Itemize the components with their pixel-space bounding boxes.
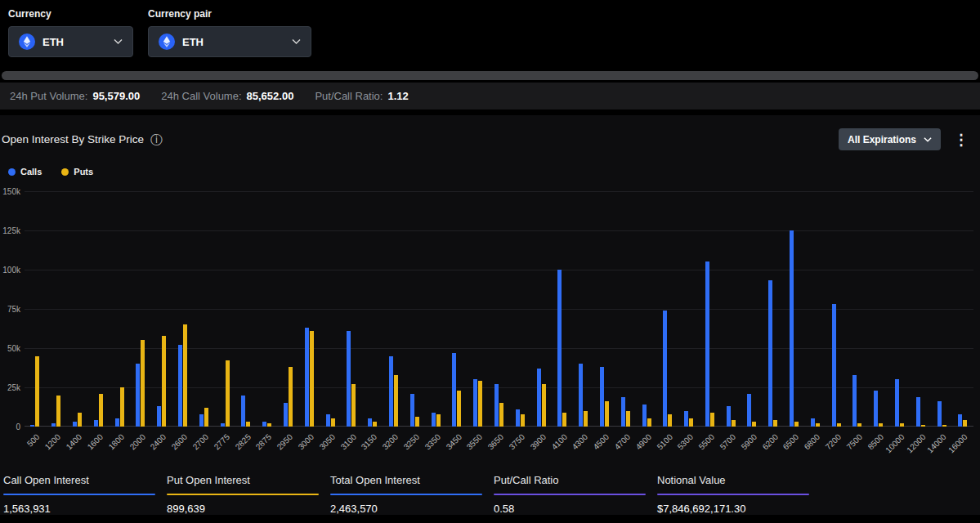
call-bar-16000[interactable] [958, 414, 962, 427]
put-bar-1400[interactable] [78, 413, 82, 427]
put-bar-3200[interactable] [394, 375, 398, 427]
call-bar-3050[interactable] [326, 414, 330, 427]
put-bar-3100[interactable] [351, 384, 356, 427]
x-axis-label-slot: 3900 [530, 427, 552, 464]
put-bar-2600[interactable] [183, 324, 187, 427]
bar-group-5500 [700, 191, 721, 427]
call-bar-5900[interactable] [747, 394, 751, 427]
currency-dropdown[interactable]: ETH [8, 26, 133, 57]
call-bar-1600[interactable] [94, 420, 98, 427]
call-bar-10000[interactable] [895, 379, 899, 427]
put-bar-1600[interactable] [99, 394, 103, 427]
call-bar-5700[interactable] [727, 406, 731, 427]
put-bar-4500[interactable] [605, 401, 609, 427]
call-bar-3550[interactable] [473, 379, 477, 427]
call-bar-4500[interactable] [600, 367, 604, 427]
call-bar-2400[interactable] [157, 406, 161, 427]
put-bar-4100[interactable] [562, 413, 566, 427]
call-bar-12000[interactable] [916, 397, 920, 427]
put-bar-16000[interactable] [963, 420, 967, 427]
call-bar-4900[interactable] [642, 405, 647, 427]
info-icon[interactable]: ⓘ [150, 133, 163, 145]
x-axis-label-slot: 7200 [826, 427, 847, 464]
put-bar-3050[interactable] [331, 418, 335, 427]
call-bar-3750[interactable] [516, 409, 520, 427]
put-bar-3900[interactable] [542, 384, 546, 427]
call-bar-2000[interactable] [136, 364, 140, 427]
call-bar-3100[interactable] [347, 331, 351, 427]
put-bar-3650[interactable] [499, 403, 503, 427]
bar-group-3750 [509, 191, 530, 427]
put-bar-2000[interactable] [141, 340, 145, 427]
call-bar-2825[interactable] [241, 396, 245, 427]
legend-dot-icon [61, 168, 69, 176]
call-bar-2600[interactable] [178, 345, 182, 427]
put-bar-5100[interactable] [668, 414, 672, 427]
call-bar-5100[interactable] [663, 311, 667, 427]
call-bar-5500[interactable] [705, 262, 709, 427]
put-bar-2950[interactable] [289, 367, 293, 427]
x-axis-tick-label: 3450 [444, 432, 463, 452]
call-bar-4700[interactable] [621, 397, 625, 427]
bar-group-1600 [87, 191, 109, 427]
x-axis-tick-label: 2950 [275, 432, 295, 452]
put-bar-4300[interactable] [584, 411, 588, 427]
x-axis-tick-label: 3750 [508, 432, 527, 452]
call-bar-7200[interactable] [832, 304, 836, 427]
bar-group-3050 [320, 191, 341, 427]
put-bar-3350[interactable] [436, 414, 441, 427]
put-bar-5700[interactable] [732, 420, 736, 427]
call-bar-1800[interactable] [115, 418, 119, 427]
call-bar-6800[interactable] [811, 418, 815, 427]
call-bar-7500[interactable] [852, 375, 857, 427]
call-bar-6500[interactable] [790, 230, 794, 427]
call-bar-4100[interactable] [557, 270, 562, 427]
call-bar-3650[interactable] [494, 384, 499, 427]
put-bar-4900[interactable] [647, 418, 651, 427]
call-bar-4300[interactable] [579, 364, 583, 427]
call-bar-8500[interactable] [874, 391, 878, 427]
x-axis-tick-label: 3000 [297, 432, 316, 452]
kebab-menu-icon[interactable]: ⋮ [954, 132, 969, 147]
x-axis-tick-label: 3550 [465, 432, 485, 452]
bar-group-3150 [362, 191, 383, 427]
put-bar-2400[interactable] [162, 336, 166, 427]
call-bar-6200[interactable] [768, 280, 772, 427]
call-bar-5300[interactable] [684, 411, 688, 427]
put-bar-500[interactable] [35, 356, 39, 427]
put-bar-3450[interactable] [457, 391, 461, 427]
currency-pair-dropdown[interactable]: ETH [148, 26, 311, 57]
call-bar-14000[interactable] [937, 401, 942, 427]
call-bar-2700[interactable] [199, 414, 204, 427]
put-bar-4700[interactable] [626, 411, 630, 427]
call-bar-3900[interactable] [537, 369, 541, 427]
put-bar-2775[interactable] [226, 360, 230, 427]
horizontal-scrollbar-thumb[interactable] [2, 71, 978, 80]
call-bar-2950[interactable] [284, 403, 288, 427]
put-bar-3750[interactable] [521, 414, 525, 427]
plot-area[interactable] [25, 191, 973, 427]
put-bar-6200[interactable] [773, 420, 777, 427]
call-bar-3250[interactable] [410, 394, 414, 427]
volume-stat-item: 24h Put Volume:95,579.00 [10, 90, 140, 102]
put-bar-3000[interactable] [310, 331, 314, 427]
put-bar-1800[interactable] [120, 387, 124, 427]
put-bar-5500[interactable] [710, 413, 714, 427]
put-bar-3550[interactable] [478, 381, 482, 427]
call-bar-3200[interactable] [389, 356, 393, 427]
call-bar-3150[interactable] [368, 418, 372, 427]
put-bar-1200[interactable] [56, 396, 60, 427]
put-bar-5300[interactable] [689, 418, 693, 427]
put-bar-2700[interactable] [204, 408, 208, 427]
open-interest-panel: Open Interest By Strike Price ⓘ All Expi… [0, 115, 980, 466]
call-bar-3450[interactable] [452, 353, 456, 427]
horizontal-scrollbar-track [0, 70, 980, 81]
x-axis-label-slot: 4300 [573, 427, 594, 464]
call-bar-3000[interactable] [305, 328, 309, 427]
expirations-filter-button[interactable]: All Expirations [839, 128, 941, 150]
plot-wrap: 025k50k75k100k125k150k [0, 191, 980, 427]
put-bar-3250[interactable] [415, 417, 419, 427]
call-bar-3350[interactable] [432, 413, 436, 427]
legend-item-calls[interactable]: Calls [8, 167, 42, 177]
legend-item-puts[interactable]: Puts [61, 167, 93, 177]
